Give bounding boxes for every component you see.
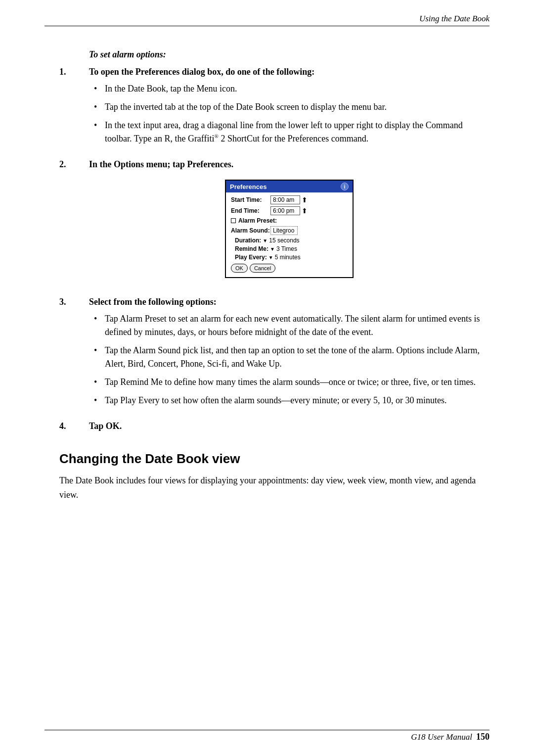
- step-2-content: In the Options menu; tap Preferences. Pr…: [89, 159, 490, 288]
- play-every-arrow[interactable]: ▼: [268, 255, 273, 260]
- duration-value: 15 seconds: [269, 237, 299, 244]
- step-2: 2. In the Options menu; tap Preferences.…: [59, 159, 490, 288]
- list-item: In the Date Book, tap the Menu icon.: [94, 82, 490, 95]
- duration-row: Duration: ▼ 15 seconds: [231, 237, 348, 244]
- list-item: Tap Alarm Preset to set an alarm for eac…: [94, 312, 490, 339]
- play-every-value: 5 minutes: [275, 254, 301, 261]
- alarm-sound-field[interactable]: Litegroo: [270, 226, 298, 235]
- dialog-titlebar: Preferences i: [226, 181, 353, 192]
- dialog-illustration: Preferences i Start Time: 8:00 am ⬆: [89, 180, 490, 278]
- end-time-field[interactable]: 6:00 pm: [270, 206, 300, 215]
- bullet-text: Tap Play Every to set how often the alar…: [105, 394, 490, 407]
- alarm-preset-label: Alarm Preset:: [238, 217, 277, 224]
- bullet-text: Tap Remind Me to define how many times t…: [105, 376, 490, 389]
- list-item: Tap the inverted tab at the top of the D…: [94, 100, 490, 114]
- play-every-row: Play Every: ▼ 5 minutes: [231, 254, 348, 261]
- remind-me-arrow[interactable]: ▼: [270, 246, 275, 252]
- bullet-text: In the Date Book, tap the Menu icon.: [105, 82, 490, 95]
- list-item: Tap Remind Me to define how many times t…: [94, 376, 490, 389]
- bullet-text: Tap the inverted tab at the top of the D…: [105, 100, 490, 114]
- footer-manual-label: G18 User Manual: [411, 732, 472, 742]
- section-heading: Changing the Date Book view: [59, 451, 490, 467]
- duration-label: Duration:: [235, 237, 261, 244]
- start-time-row: Start Time: 8:00 am ⬆: [231, 195, 348, 204]
- main-content: To set alarm options: 1. To open the Pre…: [59, 49, 490, 502]
- remind-me-row: Remind Me: ▼ 3 Times: [231, 245, 348, 252]
- start-time-field[interactable]: 8:00 am: [270, 195, 300, 204]
- cancel-button[interactable]: Cancel: [250, 264, 275, 273]
- list-item: Tap Play Every to set how often the alar…: [94, 394, 490, 407]
- step-3-number: 3.: [59, 297, 89, 412]
- ok-button[interactable]: OK: [231, 264, 248, 273]
- page-container: Using the Date Book To set alarm options…: [0, 0, 534, 756]
- alarm-sound-label: Alarm Sound:: [231, 227, 270, 234]
- step-3-content: Select from the following options: Tap A…: [89, 297, 490, 412]
- step-3-bullets: Tap Alarm Preset to set an alarm for eac…: [94, 312, 490, 407]
- remind-me-label: Remind Me:: [235, 245, 268, 252]
- alarm-preset-row: Alarm Preset:: [231, 217, 348, 224]
- bullet-text: In the text input area, drag a diagonal …: [105, 119, 490, 145]
- bottom-rule: [44, 730, 490, 730]
- alarm-preset-checkbox[interactable]: [231, 218, 236, 223]
- end-time-arrow[interactable]: ⬆: [302, 207, 308, 215]
- bullet-text: Tap the Alarm Sound pick list, and then …: [105, 344, 490, 371]
- remind-me-value: 3 Times: [276, 245, 297, 252]
- step-1-heading: To open the Preferences dialog box, do o…: [89, 67, 490, 77]
- play-every-label: Play Every:: [235, 254, 267, 261]
- alarm-sound-row: Alarm Sound: Litegroo: [231, 226, 348, 235]
- step-2-heading: In the Options menu; tap Preferences.: [89, 159, 490, 170]
- start-time-arrow[interactable]: ⬆: [302, 196, 308, 204]
- step-4-heading: Tap OK.: [89, 421, 490, 431]
- section-paragraph: The Date Book includes four views for di…: [59, 473, 490, 502]
- dialog-buttons: OK Cancel: [231, 264, 348, 273]
- list-item: Tap the Alarm Sound pick list, and then …: [94, 344, 490, 371]
- step-1-content: To open the Preferences dialog box, do o…: [89, 67, 490, 150]
- end-time-label: End Time:: [231, 207, 270, 214]
- dialog-info-icon: i: [341, 183, 349, 190]
- step-1: 1. To open the Preferences dialog box, d…: [59, 67, 490, 150]
- step-3-heading: Select from the following options:: [89, 297, 490, 307]
- bullet-text: Tap Alarm Preset to set an alarm for eac…: [105, 312, 490, 339]
- footer-page-number: 150: [476, 732, 490, 742]
- top-rule: [44, 26, 490, 26]
- preferences-dialog: Preferences i Start Time: 8:00 am ⬆: [225, 180, 354, 278]
- end-time-row: End Time: 6:00 pm ⬆: [231, 206, 348, 215]
- step-4: 4. Tap OK.: [59, 421, 490, 436]
- step-4-number: 4.: [59, 421, 89, 436]
- step-4-content: Tap OK.: [89, 421, 490, 436]
- page-footer: G18 User Manual 150: [411, 732, 490, 742]
- dialog-body: Start Time: 8:00 am ⬆ End Time: 6:00 pm …: [226, 192, 353, 277]
- page-header: Using the Date Book: [419, 14, 490, 24]
- step-1-number: 1.: [59, 67, 89, 150]
- duration-arrow[interactable]: ▼: [263, 238, 267, 243]
- list-item: In the text input area, drag a diagonal …: [94, 119, 490, 145]
- dialog-title: Preferences: [230, 183, 267, 190]
- step-2-number: 2.: [59, 159, 89, 288]
- header-title: Using the Date Book: [419, 14, 490, 23]
- section-intro-label: To set alarm options:: [89, 49, 490, 60]
- step-3: 3. Select from the following options: Ta…: [59, 297, 490, 412]
- info-icon-label: i: [344, 184, 346, 189]
- start-time-label: Start Time:: [231, 196, 270, 203]
- step-1-bullets: In the Date Book, tap the Menu icon. Tap…: [94, 82, 490, 145]
